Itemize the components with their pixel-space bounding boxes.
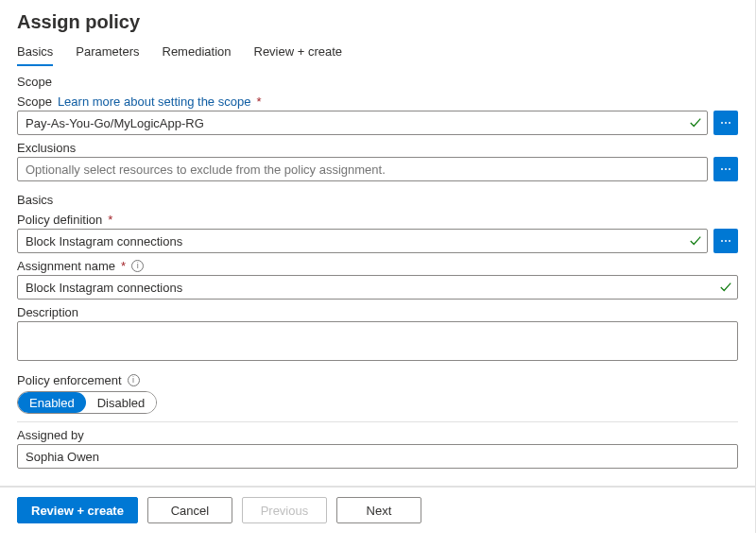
policy-enforcement-label-row: Policy enforcement i bbox=[17, 373, 738, 387]
tab-basics[interactable]: Basics bbox=[17, 41, 53, 66]
basics-section-heading: Basics bbox=[17, 193, 738, 207]
description-input[interactable] bbox=[17, 321, 738, 361]
scope-input-wrap bbox=[17, 111, 708, 135]
description-label-row: Description bbox=[17, 305, 738, 319]
exclusions-label-row: Exclusions bbox=[17, 141, 738, 155]
scope-learn-more-link[interactable]: Learn more about setting the scope bbox=[58, 94, 251, 109]
exclusions-input-wrap bbox=[17, 157, 708, 181]
footer-bar: Review + create Cancel Previous Next bbox=[0, 487, 756, 533]
tab-review-create[interactable]: Review + create bbox=[254, 41, 343, 66]
scope-picker-button[interactable] bbox=[713, 111, 738, 135]
previous-button: Previous bbox=[242, 497, 327, 523]
policy-definition-row bbox=[17, 229, 738, 253]
assignment-name-row bbox=[17, 275, 738, 300]
scope-label-row: Scope Learn more about setting the scope… bbox=[17, 94, 738, 109]
policy-definition-picker-button[interactable] bbox=[713, 229, 738, 253]
page-title: Assign policy bbox=[17, 11, 738, 33]
divider bbox=[17, 421, 738, 422]
enforcement-disabled-option[interactable]: Disabled bbox=[86, 392, 157, 413]
scope-section-heading: Scope bbox=[17, 75, 738, 89]
assigned-by-input[interactable] bbox=[17, 444, 738, 469]
info-icon[interactable]: i bbox=[128, 374, 140, 386]
assignment-name-input-wrap bbox=[17, 275, 738, 300]
scope-field-row bbox=[17, 111, 738, 135]
cancel-button[interactable]: Cancel bbox=[147, 497, 232, 523]
policy-definition-label-row: Policy definition * bbox=[17, 213, 738, 227]
scope-label: Scope bbox=[17, 94, 52, 109]
assigned-by-label-row: Assigned by bbox=[17, 428, 738, 442]
required-marker: * bbox=[108, 213, 112, 227]
assigned-by-row bbox=[17, 444, 738, 469]
policy-definition-input[interactable] bbox=[17, 229, 708, 253]
exclusions-picker-button[interactable] bbox=[713, 157, 738, 181]
tab-remediation[interactable]: Remediation bbox=[163, 41, 232, 66]
tab-parameters[interactable]: Parameters bbox=[76, 41, 139, 66]
tabs: Basics Parameters Remediation Review + c… bbox=[17, 41, 738, 67]
policy-enforcement-toggle[interactable]: Enabled Disabled bbox=[17, 391, 157, 414]
review-create-button[interactable]: Review + create bbox=[17, 497, 138, 523]
policy-definition-input-wrap bbox=[17, 229, 708, 253]
assignment-name-input[interactable] bbox=[17, 275, 738, 300]
exclusions-label: Exclusions bbox=[17, 141, 76, 155]
next-button[interactable]: Next bbox=[336, 497, 421, 523]
required-marker: * bbox=[121, 259, 126, 273]
scope-input[interactable] bbox=[17, 111, 708, 135]
exclusions-field-row bbox=[17, 157, 738, 181]
exclusions-input[interactable] bbox=[17, 157, 708, 181]
assigned-by-label: Assigned by bbox=[17, 428, 84, 442]
required-marker: * bbox=[256, 94, 261, 109]
assignment-name-label-row: Assignment name * i bbox=[17, 259, 738, 273]
info-icon[interactable]: i bbox=[131, 260, 144, 272]
assigned-by-input-wrap bbox=[17, 444, 738, 469]
policy-definition-label: Policy definition bbox=[17, 213, 102, 227]
assign-policy-panel: Assign policy Basics Parameters Remediat… bbox=[0, 0, 756, 487]
description-label: Description bbox=[17, 305, 78, 319]
policy-enforcement-label: Policy enforcement bbox=[17, 373, 122, 387]
assignment-name-label: Assignment name bbox=[17, 259, 115, 273]
enforcement-enabled-option[interactable]: Enabled bbox=[18, 392, 86, 413]
